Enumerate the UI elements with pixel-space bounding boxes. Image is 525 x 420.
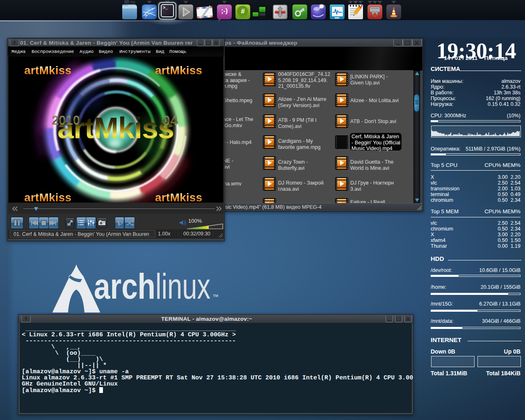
svg-text:linux: linux [155, 266, 210, 306]
svg-text:TM: TM [213, 294, 218, 298]
svg-text:arch: arch [94, 266, 155, 306]
